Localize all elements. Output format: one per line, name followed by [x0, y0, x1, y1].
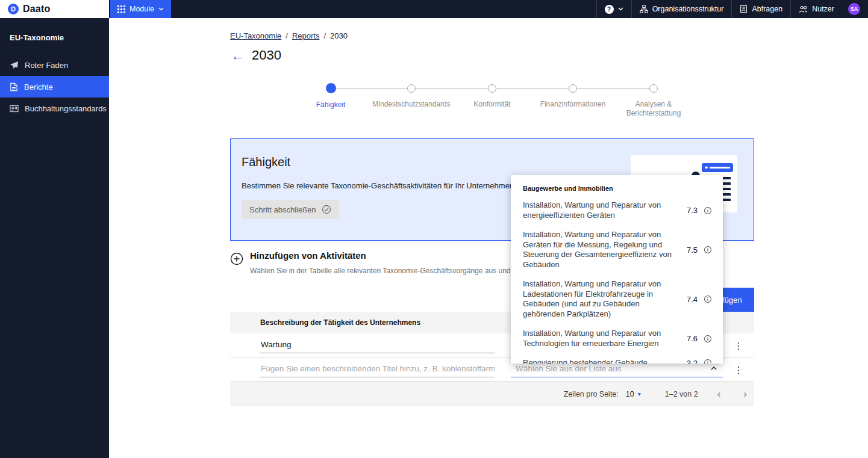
dropdown-option[interactable]: Renovierung bestehender Gebäude 3.2 [511, 353, 723, 364]
breadcrumb-separator: / [286, 31, 288, 40]
dropdown-group-label: Baugewerbe und Immobilien [511, 185, 723, 192]
step-konformitaet[interactable]: Konformität [452, 83, 532, 118]
step-label: Konformität [447, 100, 537, 109]
dropdown-option[interactable]: Installation, Wartung und Reparatur von … [511, 196, 723, 225]
module-menu-button[interactable]: Module [110, 0, 171, 18]
step-label: Mindestschutzstandards [366, 100, 457, 109]
daato-logo-icon: D [8, 4, 19, 14]
table-pagination: Zeilen pro Seite: 10 ▾ 1–2 von 2 ‹ › [230, 381, 754, 406]
breadcrumb-separator: / [323, 31, 326, 40]
breadcrumb-current: 2030 [330, 31, 348, 40]
sidebar-item-label: Buchhaltungsstandards [25, 104, 107, 113]
step-analysen-berichterstattung[interactable]: Analysen & Berichterstattung [613, 83, 694, 118]
dropdown-option[interactable]: Installation, Wartung und Reparatur von … [511, 274, 723, 324]
dropdown-option-label: Installation, Wartung und Reparatur von … [523, 329, 677, 348]
sidebar-item-berichte[interactable]: Berichte [0, 76, 109, 97]
dropdown-option-label: Installation, Wartung und Reparatur von … [523, 279, 677, 319]
org-chart-icon [640, 5, 648, 13]
sidebar: EU-Taxonomie Roter Faden Berichte Buchha… [0, 18, 109, 458]
avatar[interactable]: SA [848, 3, 860, 15]
queries-label: Abfragen [752, 5, 782, 13]
dropdown-option-code: 7.3 [683, 206, 698, 215]
info-icon[interactable] [704, 359, 712, 364]
step-faehigkeit[interactable]: Fähigkeit [290, 83, 371, 118]
sidebar-item-buchhaltungsstandards[interactable]: Buchhaltungsstandards [0, 97, 109, 119]
activities-title: Hinzufügen von Aktivitäten [250, 250, 526, 261]
column-header-description: Beschreibung der Tätigkeit des Unternehm… [230, 318, 420, 327]
breadcrumb-link-eu-taxonomie[interactable]: EU-Taxonomie [230, 31, 281, 40]
description-input-row2[interactable] [260, 362, 495, 377]
topbar-right: ? Organisationsstruktur Abfragen Nutzer … [596, 0, 868, 18]
dropdown-option-label: Installation, Wartung und Reparatur von … [523, 200, 677, 220]
breadcrumb-link-reports[interactable]: Reports [292, 31, 320, 40]
complete-step-label: Schritt abschließen [249, 205, 316, 214]
step-label: Fähigkeit [286, 101, 376, 110]
app-logo[interactable]: D Daato [0, 0, 109, 18]
complete-step-button[interactable]: Schritt abschließen [242, 200, 339, 219]
page-title: 2030 [252, 48, 281, 63]
top-bar: D Daato Module ? Organisationsstruktur A… [0, 0, 868, 18]
add-circle-icon [230, 252, 243, 275]
dropdown-option-label: Renovierung bestehender Gebäude [523, 358, 677, 364]
step-indicator[interactable] [649, 84, 658, 93]
step-mindestschutzstandards[interactable]: Mindestschutzstandards [371, 83, 452, 118]
info-icon[interactable] [704, 335, 712, 343]
report-icon [10, 82, 18, 91]
org-structure-button[interactable]: Organisationsstruktur [631, 0, 732, 18]
caret-down-icon: ▾ [638, 391, 641, 397]
next-page-button[interactable]: › [740, 389, 751, 399]
chevron-down-icon [618, 7, 623, 11]
rows-per-page-select[interactable]: 10 ▾ [626, 390, 641, 398]
chevron-down-icon [158, 7, 164, 11]
dropdown-option[interactable]: Installation, Wartung und Reparatur von … [511, 324, 723, 353]
sidebar-nav: Roter Faden Berichte Buchhaltungsstandar… [0, 54, 109, 119]
row-menu-button[interactable]: ⋮ [730, 363, 748, 377]
help-button[interactable]: ? [596, 0, 631, 18]
clipboard-person-icon [740, 5, 748, 13]
help-icon: ? [605, 5, 614, 14]
activity-dropdown: Baugewerbe und Immobilien Installation, … [511, 175, 723, 364]
activities-subtitle: Wählen Sie in der Tabelle alle relevante… [250, 267, 526, 275]
dropdown-option-code: 7.6 [683, 334, 698, 343]
sidebar-item-label: Roter Faden [25, 61, 68, 70]
prev-page-button[interactable]: ‹ [714, 389, 725, 399]
activities-section: Hinzufügen von Aktivitäten Wählen Sie in… [230, 250, 526, 275]
sidebar-item-roter-faden[interactable]: Roter Faden [0, 54, 109, 76]
step-finanzinformationen[interactable]: Finanzinformationen [532, 83, 613, 118]
page-head: ← 2030 [230, 48, 281, 63]
paper-plane-icon [10, 61, 19, 70]
rows-per-page-label: Zeilen pro Seite: [564, 390, 619, 398]
dropdown-option[interactable]: Installation, Wartung und Reparatur von … [511, 225, 723, 274]
step-indicator[interactable] [569, 84, 577, 93]
step-indicator[interactable] [326, 83, 336, 93]
step-label: Analysen & Berichterstattung [608, 100, 699, 118]
rows-per-page-value: 10 [626, 390, 634, 398]
info-icon[interactable] [704, 295, 712, 303]
info-icon[interactable] [704, 206, 712, 215]
org-structure-label: Organisationsstruktur [652, 5, 724, 13]
sidebar-section-title: EU-Taxonomie [0, 18, 109, 54]
people-icon [799, 5, 808, 13]
check-circle-icon [322, 205, 331, 214]
dropdown-option-code: 7.5 [683, 246, 698, 255]
app-logo-text: Daato [23, 4, 50, 14]
back-button[interactable]: ← [230, 49, 245, 62]
module-button-label: Module [130, 5, 154, 13]
step-indicator[interactable] [407, 84, 416, 93]
dropdown-option-code: 3.2 [683, 359, 698, 364]
progress-stepper: Fähigkeit Mindestschutzstandards Konform… [290, 83, 694, 118]
grid-icon [117, 5, 125, 13]
info-icon[interactable] [704, 246, 712, 254]
select-placeholder: Wählen Sie aus der Liste aus [516, 364, 622, 373]
breadcrumb: EU-Taxonomie / Reports / 2030 [230, 31, 348, 40]
step-label: Finanzinformationen [528, 100, 618, 109]
step-indicator[interactable] [488, 84, 496, 93]
activity-select[interactable]: Wählen Sie aus der Liste aus [511, 362, 723, 377]
description-input-row1[interactable] [260, 338, 495, 353]
pagination-range: 1–2 von 2 [665, 390, 698, 398]
row-menu-button[interactable]: ⋮ [730, 339, 748, 353]
dropdown-option-label: Installation, Wartung und Reparatur von … [523, 230, 677, 270]
queries-button[interactable]: Abfragen [731, 0, 790, 18]
users-button[interactable]: Nutzer [790, 0, 842, 18]
sidebar-item-label: Berichte [24, 82, 53, 91]
